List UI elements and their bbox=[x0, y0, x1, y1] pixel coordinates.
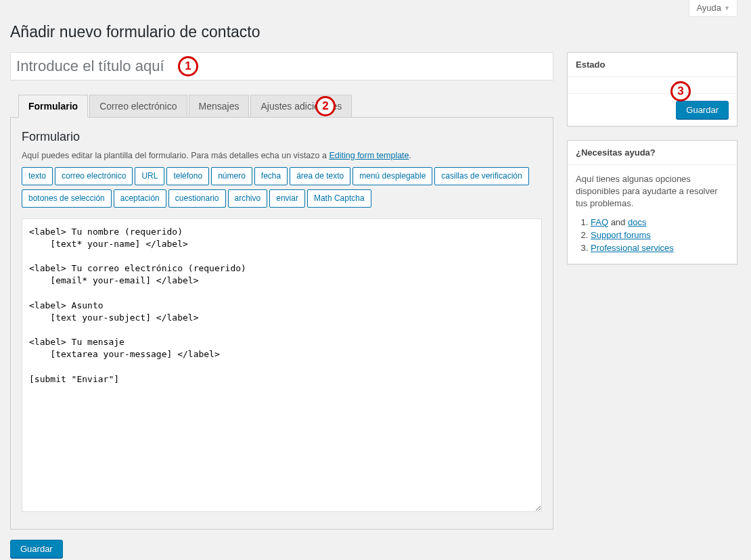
tag-button-0[interactable]: texto bbox=[22, 167, 53, 185]
status-box-title: Estado bbox=[568, 53, 737, 77]
help-link[interactable]: Support forums bbox=[591, 230, 651, 240]
help-link[interactable]: Professional services bbox=[591, 243, 674, 253]
help-box-desc: Aquí tienes algunas opciones disponibles… bbox=[576, 173, 729, 210]
tag-buttons-row: textocorreo electrónicoURLteléfononúmero… bbox=[22, 167, 542, 212]
tab-3[interactable]: Ajustes adicionales bbox=[250, 95, 352, 117]
form-panel: Formulario Aquí puedes editar la plantil… bbox=[10, 118, 553, 530]
form-panel-heading: Formulario bbox=[22, 130, 542, 144]
tag-button-1[interactable]: correo electrónico bbox=[55, 167, 133, 185]
help-list: FAQ and docsSupport forumsProfessional s… bbox=[576, 217, 729, 253]
tag-button-10[interactable]: aceptación bbox=[114, 189, 166, 208]
tabs: FormularioCorreo electrónicoMensajesAjus… bbox=[10, 94, 553, 118]
help-item-2: Professional services bbox=[591, 243, 729, 253]
tag-button-9[interactable]: botones de selección bbox=[22, 189, 112, 208]
tag-button-2[interactable]: URL bbox=[135, 167, 164, 185]
tab-1[interactable]: Correo electrónico bbox=[89, 95, 187, 117]
tag-button-3[interactable]: teléfono bbox=[166, 167, 209, 185]
form-panel-desc: Aquí puedes editar la plantilla del form… bbox=[22, 151, 542, 160]
tag-button-11[interactable]: cuestionario bbox=[168, 189, 226, 208]
save-button-bottom[interactable]: Guardar bbox=[10, 540, 63, 558]
tab-2[interactable]: Mensajes bbox=[189, 95, 250, 117]
help-box: ¿Necesitas ayuda? Aquí tienes algunas op… bbox=[567, 140, 737, 264]
help-item-0: FAQ and docs bbox=[591, 217, 729, 227]
tag-button-5[interactable]: fecha bbox=[254, 167, 288, 185]
tag-button-14[interactable]: Math Captcha bbox=[307, 189, 371, 208]
tag-button-13[interactable]: enviar bbox=[269, 189, 305, 208]
help-item-1: Support forums bbox=[591, 230, 729, 240]
tab-0[interactable]: Formulario bbox=[18, 95, 88, 118]
tag-button-12[interactable]: archivo bbox=[228, 189, 268, 208]
tag-button-7[interactable]: menú desplegable bbox=[352, 167, 432, 185]
help-link[interactable]: docs bbox=[628, 217, 646, 227]
tag-button-6[interactable]: área de texto bbox=[290, 167, 350, 185]
chevron-down-icon: ▼ bbox=[724, 5, 730, 11]
tag-button-8[interactable]: casillas de verificación bbox=[434, 167, 528, 185]
editing-template-link[interactable]: Editing form template bbox=[329, 151, 409, 160]
title-input[interactable] bbox=[10, 52, 553, 80]
tag-button-4[interactable]: número bbox=[211, 167, 252, 185]
status-box: Estado Guardar 3 bbox=[567, 52, 737, 126]
form-template-textarea[interactable] bbox=[22, 218, 542, 512]
help-link[interactable]: FAQ bbox=[591, 217, 608, 227]
help-tab-label: Ayuda bbox=[696, 3, 721, 13]
page-title: Añadir nuevo formulario de contacto bbox=[10, 17, 737, 44]
help-box-title: ¿Necesitas ayuda? bbox=[568, 141, 737, 165]
save-button-sidebar[interactable]: Guardar bbox=[676, 101, 729, 119]
help-tab-button[interactable]: Ayuda ▼ bbox=[689, 0, 737, 17]
